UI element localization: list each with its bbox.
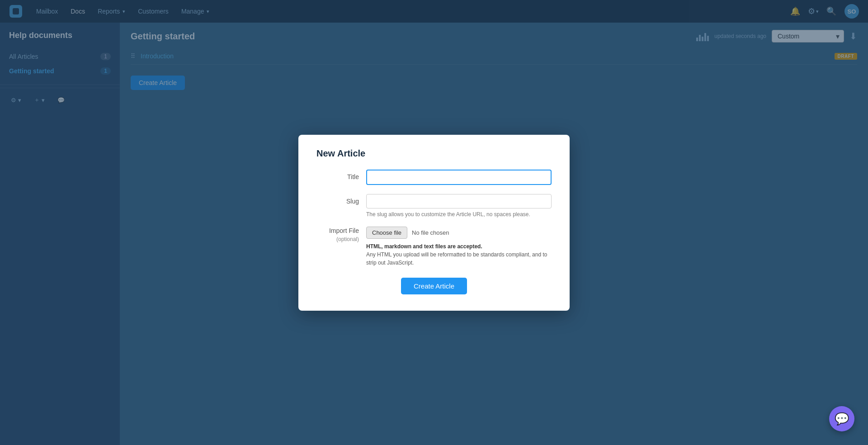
import-field: Choose file No file chosen HTML, markdow…: [366, 227, 552, 267]
slug-label: Slug: [316, 194, 366, 205]
title-input[interactable]: [366, 170, 552, 185]
slug-row: Slug The slug allows you to customize th…: [316, 194, 552, 218]
file-row: Choose file No file chosen: [366, 227, 552, 239]
title-field: [366, 170, 552, 185]
import-optional-text: (optional): [336, 236, 359, 242]
slug-field: The slug allows you to customize the Art…: [366, 194, 552, 218]
modal-create-button[interactable]: Create Article: [401, 278, 467, 294]
slug-hint: The slug allows you to customize the Art…: [366, 211, 552, 218]
import-label: Import File (optional): [316, 227, 366, 243]
file-hint-body: Any HTML you upload will be reformatted …: [366, 251, 547, 266]
modal-title: New Article: [316, 148, 552, 159]
title-row: Title: [316, 170, 552, 185]
new-article-modal: New Article Title Slug The slug allows y…: [298, 135, 570, 311]
file-hint-strong: HTML, markdown and text files are accept…: [366, 243, 482, 250]
import-row: Import File (optional) Choose file No fi…: [316, 227, 552, 267]
title-label: Title: [316, 170, 366, 180]
fab-icon: 💬: [835, 413, 849, 425]
slug-input[interactable]: [366, 194, 552, 208]
no-file-text: No file chosen: [412, 229, 449, 236]
choose-file-button[interactable]: Choose file: [366, 227, 407, 239]
modal-overlay[interactable]: New Article Title Slug The slug allows y…: [0, 0, 868, 445]
modal-footer: Create Article: [316, 278, 552, 294]
file-hint: HTML, markdown and text files are accept…: [366, 242, 552, 267]
import-label-text: Import File: [329, 227, 359, 234]
fab-button[interactable]: 💬: [829, 406, 854, 431]
